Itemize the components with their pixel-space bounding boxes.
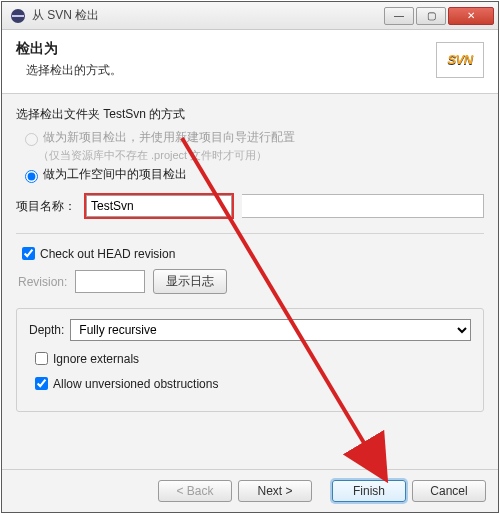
radio-new-project: 做为新项目检出，并使用新建项目向导进行配置 [20,129,484,146]
next-button[interactable]: Next > [238,480,312,502]
ignore-externals-row[interactable]: Ignore externals [31,349,471,368]
banner-subheading: 选择检出的方式。 [26,62,436,79]
window-title: 从 SVN 检出 [32,7,384,24]
radio-new-project-hint: （仅当资源库中不存在 .project 文件时才可用） [38,148,484,163]
svg-line-2 [182,138,382,473]
svn-logo-icon: SVN [436,42,484,78]
revision-input [75,270,145,293]
minimize-button[interactable]: — [384,7,414,25]
radio-workspace-project[interactable]: 做为工作空间中的项目检出 [20,166,484,183]
allow-unversioned-checkbox[interactable] [35,377,48,390]
dialog-banner: 检出为 选择检出的方式。 SVN [2,30,498,94]
depth-label: Depth: [29,323,64,337]
back-button: < Back [158,480,232,502]
project-name-label: 项目名称： [16,198,76,215]
ignore-externals-label: Ignore externals [53,352,139,366]
svg-rect-1 [12,15,24,17]
radio-workspace-label: 做为工作空间中的项目检出 [43,166,187,183]
project-name-input[interactable] [86,195,232,217]
project-name-row: 项目名称： [16,193,484,219]
method-section-title: 选择检出文件夹 TestSvn 的方式 [16,106,484,123]
depth-select[interactable]: Fully recursive [70,319,471,341]
show-log-button[interactable]: 显示日志 [153,269,227,294]
checkout-head-checkbox[interactable] [22,247,35,260]
revision-row: Revision: 显示日志 [18,269,484,294]
cancel-button[interactable]: Cancel [412,480,486,502]
title-bar: 从 SVN 检出 — ▢ ✕ [2,2,498,30]
close-button[interactable]: ✕ [448,7,494,25]
finish-button[interactable]: Finish [332,480,406,502]
app-icon [10,8,26,24]
checkout-head-label: Check out HEAD revision [40,247,175,261]
banner-heading: 检出为 [16,40,436,58]
radio-new-project-label: 做为新项目检出，并使用新建项目向导进行配置 [43,129,295,146]
dialog-window: 从 SVN 检出 — ▢ ✕ 检出为 选择检出的方式。 SVN 选择检出文件夹 … [1,1,499,513]
revision-label: Revision: [18,275,67,289]
allow-unversioned-label: Allow unversioned obstructions [53,377,218,391]
maximize-button[interactable]: ▢ [416,7,446,25]
radio-new-project-input [25,133,38,146]
project-name-input-rest[interactable] [242,194,484,218]
dialog-content: 选择检出文件夹 TestSvn 的方式 做为新项目检出，并使用新建项目向导进行配… [2,94,498,469]
radio-workspace-input[interactable] [25,170,38,183]
checkout-head-row[interactable]: Check out HEAD revision [18,244,484,263]
depth-group: Depth: Fully recursive Ignore externals … [16,308,484,412]
ignore-externals-checkbox[interactable] [35,352,48,365]
dialog-footer: < Back Next > Finish Cancel [2,469,498,512]
allow-unversioned-row[interactable]: Allow unversioned obstructions [31,374,471,393]
